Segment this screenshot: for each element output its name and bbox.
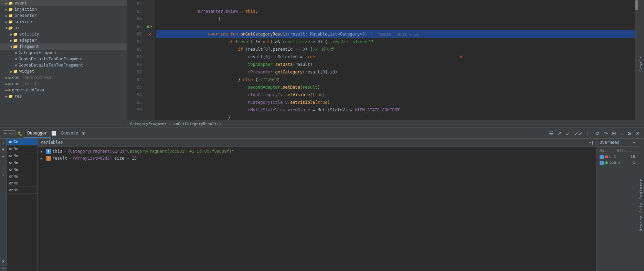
side-filter-btn[interactable]: ▼: [1, 147, 6, 152]
toolbar-step-into-btn[interactable]: ↙: [564, 130, 571, 137]
line-num-84: 84: [127, 15, 142, 23]
folder-icon: 📁: [8, 13, 13, 18]
call-stack-item-4[interactable]: onNe: [7, 166, 38, 173]
side-copy-btn[interactable]: ⎘: [1, 259, 6, 264]
code-line-89: topAdapter.setData(result) ➤: [156, 53, 635, 61]
var-row-this[interactable]: ▶ T this = {CategoryFragment@6243} "Cate…: [38, 148, 597, 155]
toolbar-skip-btn[interactable]: ↷: [602, 130, 609, 137]
call-stack-item-7[interactable]: onNe: [7, 187, 38, 194]
sidebar-item-label: event: [14, 1, 27, 6]
sidebar-item-adapter[interactable]: ▶ 📁 adapter: [0, 37, 127, 43]
sidebar-item-fragment[interactable]: ▼ 📂 fragment: [0, 43, 127, 50]
sidebar-item-activity[interactable]: ▶ 📁 activity: [0, 31, 127, 37]
sidebar-item-label: com (androidTest): [12, 75, 54, 80]
call-stack-item-1[interactable]: onNe: [7, 145, 38, 152]
sidebar-item-res[interactable]: ▶ 📁 res: [0, 93, 127, 99]
variables-header: Variables →|: [38, 139, 597, 147]
sidebar-item-category-fragment[interactable]: ⚙ CategoryFragment: [0, 50, 127, 56]
sidebar-item-injection[interactable]: ▶ 📁 injection: [0, 6, 127, 12]
call-stack-item-3[interactable]: onNe: [7, 159, 38, 166]
gutter-95: [145, 99, 155, 106]
overhead-label-0: L 1: [609, 154, 627, 159]
sidebar-item-com-test[interactable]: ▶ ▣ com (test): [0, 81, 127, 87]
sidebar-item-widget[interactable]: ▶ 📁 widget: [0, 68, 127, 74]
toolbar-step-out-btn[interactable]: ↙↙: [573, 130, 584, 137]
side-up-btn[interactable]: ↑: [1, 165, 6, 170]
overhead-checkbox-0[interactable]: ✓: [600, 155, 604, 159]
folder-icon: 📁: [13, 38, 18, 43]
var-row-result[interactable]: ▶ p result = {ArrayList@6245} size = 13: [38, 155, 597, 162]
sidebar-item-event[interactable]: ▶ 📁 event: [0, 0, 127, 6]
line-num-94: 94: [127, 91, 142, 99]
line-num-83: 83: [127, 8, 142, 15]
expand-arrow: ▶: [6, 8, 8, 11]
gutter-96: [145, 106, 155, 114]
folder-icon: 📁: [8, 1, 13, 6]
toolbar-settings-btn[interactable]: ⚙: [626, 130, 633, 137]
line-num-92: 92: [127, 76, 142, 83]
sidebar-item-ui[interactable]: ▼ 📂 ui: [0, 25, 127, 31]
gradle-panel[interactable]: Gradle: [638, 0, 644, 128]
debug-tabs-bar: ▶ =2 🐛 Debugger ⬜ Console ▼ ☰ ↗ ↙ ↙↙ ↑↑ …: [0, 128, 644, 139]
debug-area: ▶ =2 🐛 Debugger ⬜ Console ▼ ☰ ↗ ↙ ↙↙ ↑↑ …: [0, 128, 644, 271]
var-value-result: {ArrayList@6245}: [73, 156, 113, 161]
debug-content: ↓ ▼ + ↑ ↓ ⎘ ∞ onGe onNe onNe onNe onNe: [0, 139, 644, 271]
line-num-89: 89: [127, 53, 142, 61]
toolbar-wave-btn[interactable]: ≈: [619, 130, 624, 137]
gutter-87: [145, 38, 155, 46]
line-num-88: 88: [127, 46, 142, 53]
gutter-90: [145, 61, 155, 68]
var-size-result: size = 13: [114, 156, 137, 161]
sidebar-item-presenter[interactable]: ▶ 📁 presenter: [0, 12, 127, 19]
overhead-dot-0: [605, 155, 608, 158]
call-stack-item-2[interactable]: onNe: [7, 152, 38, 159]
console-icon: ⬜: [51, 131, 56, 136]
sidebar-item-label: GoodsDetailsTabOneFragment: [19, 57, 83, 61]
device-explorer-label: Device File Explorer: [639, 179, 643, 231]
sidebar-item-label: activity: [19, 32, 39, 37]
call-stack-item-0[interactable]: onGe: [7, 139, 38, 145]
code-scrollbar[interactable]: [635, 0, 638, 120]
call-stack-item-6[interactable]: onNe: [7, 180, 38, 187]
toolbar-step-over-btn[interactable]: ↗: [556, 130, 563, 137]
code-line-84: [156, 15, 635, 23]
side-down-btn[interactable]: ↓: [1, 140, 6, 145]
toolbar-filter-btn[interactable]: ☰: [548, 130, 555, 137]
device-explorer-panel[interactable]: Device File Explorer: [638, 139, 644, 271]
tab-debugger[interactable]: Debugger: [24, 129, 51, 138]
side-down2-btn[interactable]: ↓: [1, 172, 6, 177]
toolbar-grid-btn[interactable]: ⊞: [611, 130, 617, 137]
gutter-92: [145, 76, 155, 83]
sidebar-item-com-android[interactable]: ▶ ▣ com (androidTest): [0, 74, 127, 81]
breakpoint-icon[interactable]: ●: [147, 24, 149, 29]
toolbar-close-btn[interactable]: ✕: [634, 130, 641, 137]
sidebar-item-goods-two[interactable]: ⚙ GoodsDetailsTabTwoFragment: [0, 62, 127, 68]
toolbar-step-up-btn[interactable]: ↑↑: [585, 130, 593, 137]
expand-arrow: ▶: [10, 70, 12, 73]
gutter-91: [145, 68, 155, 76]
var-name-this: this: [52, 149, 62, 154]
call-stack-item-5[interactable]: onNe: [7, 173, 38, 180]
line-num-91: 91: [127, 68, 142, 76]
debug-toolbar: ☰ ↗ ↙ ↙↙ ↑↑ ↺ ↷ ⊞ ≈ ⚙ ✕: [548, 130, 641, 137]
sidebar-item-label: injection: [14, 7, 37, 12]
side-add-btn[interactable]: +: [1, 154, 6, 159]
gutter-83: [145, 8, 155, 15]
tab-console[interactable]: Console: [57, 129, 82, 138]
sidebar-item-service[interactable]: ▶ 📁 service: [0, 19, 127, 25]
var-value-this: {CategoryFragment@6243}: [67, 149, 125, 154]
expand-arrow: ▼: [6, 26, 8, 30]
overhead-dot-1: [605, 161, 608, 164]
code-content[interactable]: mPresenter.mView = this; } overri: [155, 0, 635, 120]
toolbar-rerun-btn[interactable]: ↺: [594, 130, 601, 137]
line-num-86: 86: [127, 30, 142, 38]
side-loop-btn[interactable]: ∞: [1, 265, 6, 271]
code-line-82: mPresenter.mView = this;: [156, 0, 635, 8]
sidebar-item-goods-one[interactable]: ⚙ GoodsDetailsTabOneFragment: [0, 56, 127, 62]
sidebar-item-generated-java[interactable]: ▶ ⚙ generatedJava: [0, 87, 127, 93]
line-num-96: 96: [127, 106, 142, 114]
overhead-checkbox-1[interactable]: ✓: [600, 161, 604, 165]
current-line-icon: ➤: [150, 24, 152, 29]
debug-badge: ▶ =2: [3, 130, 15, 136]
gutter-94: [145, 91, 155, 99]
